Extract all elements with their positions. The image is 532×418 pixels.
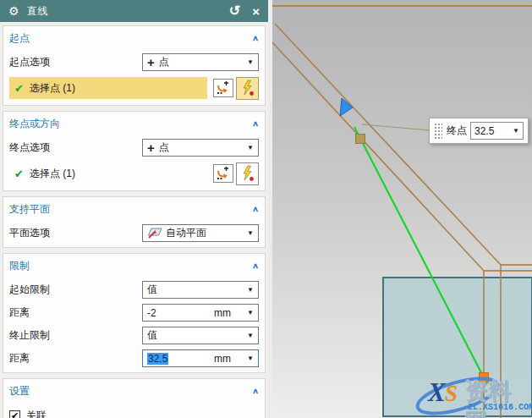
chevron-down-icon: ▼ <box>247 286 254 294</box>
chevron-down-icon: ▼ <box>513 127 519 135</box>
dialog-titlebar[interactable]: ⚙ 直线 ↺ × <box>0 0 268 22</box>
reset-button[interactable]: ↺ <box>229 4 240 18</box>
chevron-down-icon: ▼ <box>247 58 254 66</box>
endpoint-input-field[interactable]: 32.5 ▼ <box>470 122 524 140</box>
watermark: X S 资料网 ZL.XS1616.COM <box>414 375 532 418</box>
plane-option-label: 平面选项 <box>9 226 142 240</box>
line-dialog: ⚙ 直线 ↺ × 起点 ∧ 起点选项 + 点 ▼ <box>0 0 268 418</box>
section-plane-header: 支持平面 <box>9 202 252 217</box>
end-limit-label: 终止限制 <box>9 328 142 343</box>
start-limit-dropdown[interactable]: 值 ▼ <box>142 281 259 299</box>
section-end-header: 终点或方向 <box>9 117 252 131</box>
start-distance-value[interactable]: -2 <box>147 307 214 319</box>
end-limit-value: 值 <box>147 328 244 343</box>
start-distance-unit: mm <box>214 307 231 319</box>
collapse-chevron-icon[interactable]: ∧ <box>252 387 259 395</box>
collapse-chevron-icon[interactable]: ∧ <box>252 205 259 213</box>
section-start-point: 起点 ∧ 起点选项 + 点 ▼ ✔ 选择点 (1) <box>3 25 266 106</box>
start-option-value: 点 <box>159 55 244 69</box>
endpoint-input-label: 终点 <box>447 124 467 138</box>
start-distance-label: 距离 <box>9 305 142 320</box>
dialog-body: 起点 ∧ 起点选项 + 点 ▼ ✔ 选择点 (1) <box>0 22 268 418</box>
watermark-x: X <box>428 377 446 408</box>
start-limit-label: 起始限制 <box>9 283 142 297</box>
section-start-header: 起点 <box>9 31 252 46</box>
associative-checkbox[interactable]: ✔ <box>9 410 20 418</box>
end-snap-point-button[interactable] <box>236 162 259 185</box>
end-point-dialog-button[interactable] <box>213 164 233 183</box>
point-constructor-icon <box>216 167 231 180</box>
end-distance-value[interactable]: 32.5 <box>147 353 168 365</box>
end-select-point[interactable]: ✔ 选择点 (1) <box>9 162 207 184</box>
end-distance-label: 距离 <box>9 351 142 366</box>
section-support-plane: 支持平面 ∧ 平面选项 自动平面 ▼ <box>3 196 266 248</box>
end-distance-field[interactable]: 32.5 mm ▼ <box>142 349 259 367</box>
section-settings: 设置 ∧ ✔ 关联 <box>3 378 266 418</box>
end-option-value: 点 <box>159 140 244 155</box>
collapse-chevron-icon[interactable]: ∧ <box>252 34 259 42</box>
start-option-dropdown[interactable]: + 点 ▼ <box>142 53 259 71</box>
start-distance-field[interactable]: -2 mm ▼ <box>142 304 259 322</box>
close-button[interactable]: × <box>252 5 260 18</box>
collapse-chevron-icon[interactable]: ∧ <box>252 119 259 128</box>
end-limit-dropdown[interactable]: 值 ▼ <box>142 327 259 344</box>
auto-plane-icon <box>147 227 162 239</box>
chevron-down-icon: ▼ <box>247 229 254 237</box>
graphics-viewport[interactable]: 终点 32.5 ▼ X S 资料网 ZL.XS1616.COM <box>272 0 532 418</box>
watermark-s: S <box>445 381 458 407</box>
start-snap-point-button[interactable] <box>236 77 259 100</box>
point-constructor-icon <box>216 81 231 95</box>
end-option-dropdown[interactable]: + 点 ▼ <box>142 139 259 157</box>
end-option-label: 终点选项 <box>9 140 142 155</box>
start-select-point[interactable]: ✔ 选择点 (1) <box>9 77 207 99</box>
endpoint-input-value[interactable]: 32.5 <box>474 125 513 137</box>
plane-option-value: 自动平面 <box>166 226 244 240</box>
check-icon: ✔ <box>14 82 24 95</box>
section-limits: 限制 ∧ 起始限制 值 ▼ 距离 -2 mm ▼ <box>3 253 266 373</box>
end-select-label: 选择点 (1) <box>30 167 75 181</box>
app-window: ⚙ 直线 ↺ × 起点 ∧ 起点选项 + 点 ▼ <box>0 0 532 418</box>
start-limit-value: 值 <box>147 283 244 297</box>
lightning-icon <box>241 80 255 96</box>
chevron-down-icon: ▼ <box>247 332 254 339</box>
section-settings-header: 设置 <box>9 384 252 399</box>
chevron-down-icon: ▼ <box>247 144 254 151</box>
associative-label: 关联 <box>26 409 47 418</box>
start-option-label: 起点选项 <box>9 55 142 69</box>
chevron-down-icon: ▼ <box>247 355 254 362</box>
point-icon: + <box>147 141 155 154</box>
section-end-point: 终点或方向 ∧ 终点选项 + 点 ▼ ✔ 选择点 (1) <box>3 111 266 191</box>
section-limits-header: 限制 <box>9 259 252 273</box>
check-icon: ✔ <box>14 168 24 180</box>
plane-option-dropdown[interactable]: 自动平面 ▼ <box>142 224 259 242</box>
model-edge-diagonal <box>275 24 501 265</box>
endpoint-onscreen-input[interactable]: 终点 32.5 ▼ <box>429 118 529 144</box>
start-select-label: 选择点 (1) <box>30 81 75 96</box>
model-edge-diagonal <box>272 42 484 271</box>
point-icon: + <box>147 56 155 69</box>
chevron-down-icon: ▼ <box>247 309 254 316</box>
watermark-url: ZL.XS1616.COM <box>468 403 532 412</box>
start-point-handle[interactable] <box>356 135 365 144</box>
lightning-icon <box>241 165 255 182</box>
end-distance-unit: mm <box>214 353 231 365</box>
gear-icon: ⚙ <box>8 5 19 17</box>
start-point-dialog-button[interactable] <box>213 79 233 97</box>
collapse-chevron-icon[interactable]: ∧ <box>252 261 259 270</box>
dialog-title: 直线 <box>27 4 49 19</box>
drag-handle-icon[interactable] <box>433 122 442 140</box>
